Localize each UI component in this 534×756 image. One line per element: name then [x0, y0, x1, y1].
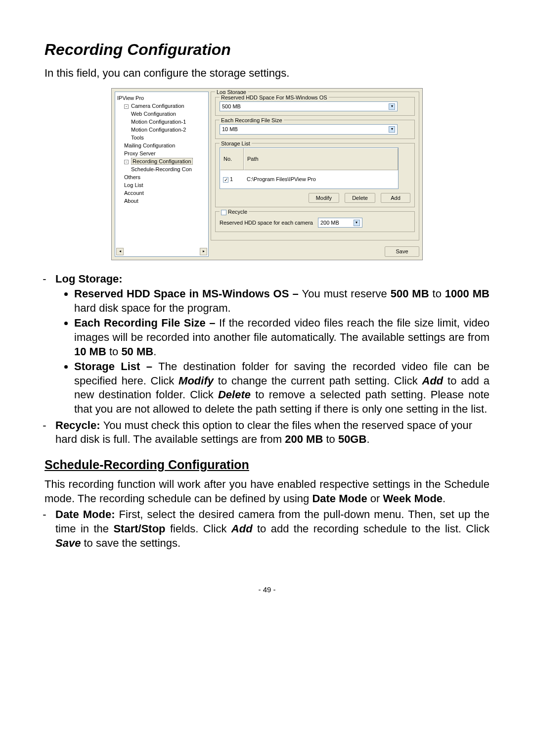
settings-pane: Log Storage Reserved HDD Space For MS-Wi… — [211, 92, 419, 256]
modify-button[interactable]: Modify — [309, 193, 339, 203]
tree-motion1[interactable]: Motion Configuration-1 — [131, 118, 206, 126]
schedule-recording-body: This recording function will work after … — [44, 477, 490, 506]
tree-motion2[interactable]: Motion Configuration-2 — [131, 126, 206, 134]
recycle-size-value: 200 MB — [320, 219, 339, 226]
reserved-hdd-label: Reserved HDD Space For MS-Windows OS — [220, 94, 329, 101]
chevron-down-icon[interactable]: ▾ — [389, 103, 395, 110]
recycle-desc: Recycle: You must check this option to c… — [55, 419, 490, 447]
tree-about[interactable]: About — [124, 197, 206, 205]
file-size-group: Each Recording File Size 10 MB ▾ — [215, 120, 415, 139]
file-size-desc: Each Recording File Size – If the record… — [74, 316, 490, 359]
recycle-label: Recycle — [220, 208, 249, 215]
storage-table[interactable]: No. Path ✓1 C:\Program Files\IPView Pro — [220, 147, 399, 189]
col-path[interactable]: Path — [244, 148, 398, 170]
chevron-down-icon[interactable]: ▾ — [389, 126, 395, 133]
date-mode-desc: Date Mode: First, select the desired cam… — [55, 508, 490, 550]
tree-recording-config[interactable]: - Recording Configuration — [124, 157, 206, 165]
storage-list-desc: Storage List – The destination folder fo… — [74, 360, 490, 416]
tree-camera-config[interactable]: - Camera Configuration — [124, 102, 206, 110]
tree-root[interactable]: IPView Pro — [117, 94, 206, 102]
intro-text: In this field, you can configure the sto… — [44, 66, 490, 81]
recycle-checkbox[interactable] — [221, 210, 226, 215]
file-size-value: 10 MB — [222, 126, 238, 133]
tree-schedule-recording[interactable]: Schedule-Recording Con — [131, 165, 206, 173]
nav-tree[interactable]: IPView Pro - Camera Configuration Web Co… — [115, 92, 209, 256]
recycle-text: Reserved HDD space for each camera — [220, 219, 313, 226]
scroll-left-button[interactable]: ◂ — [116, 248, 124, 255]
file-size-select[interactable]: 10 MB ▾ — [220, 124, 398, 134]
tree-proxy[interactable]: Proxy Server — [124, 149, 206, 157]
tree-log-list[interactable]: Log List — [124, 181, 206, 189]
collapse-icon[interactable]: - — [124, 104, 129, 109]
path-cell: C:\Program Files\IPView Pro — [244, 170, 398, 189]
page-title: Recording Configuration — [44, 40, 490, 60]
reserved-hdd-select[interactable]: 500 MB ▾ — [220, 101, 398, 111]
page-number: - 49 - — [44, 585, 490, 595]
config-window: IPView Pro - Camera Configuration Web Co… — [111, 88, 423, 260]
tree-tools[interactable]: Tools — [131, 134, 206, 142]
tree-others[interactable]: Others — [124, 173, 206, 181]
tree-account[interactable]: Account — [124, 189, 206, 197]
recycle-group: Recycle Reserved HDD space for each came… — [215, 211, 415, 232]
file-size-label: Each Recording File Size — [220, 117, 284, 124]
scroll-right-button[interactable]: ▸ — [200, 248, 207, 255]
table-row[interactable]: ✓1 C:\Program Files\IPView Pro — [220, 170, 398, 189]
add-button[interactable]: Add — [381, 193, 410, 203]
storage-list-group: Storage List No. Path ✓1 C:\Program File… — [215, 143, 415, 207]
reserved-hdd-group: Reserved HDD Space For MS-Windows OS 500… — [215, 97, 415, 116]
col-no[interactable]: No. — [220, 148, 244, 170]
save-button[interactable]: Save — [385, 246, 419, 256]
storage-list-label: Storage List — [220, 140, 252, 147]
tree-web-config[interactable]: Web Configuration — [131, 110, 206, 118]
checkbox-icon[interactable]: ✓ — [223, 177, 228, 183]
log-storage-heading: Log Storage: Reserved HDD Space in MS-Wi… — [55, 272, 490, 417]
log-storage-group: Log Storage Reserved HDD Space For MS-Wi… — [211, 92, 419, 240]
delete-button[interactable]: Delete — [345, 193, 375, 203]
collapse-icon[interactable]: - — [124, 160, 129, 164]
reserved-hdd-value: 500 MB — [222, 103, 241, 110]
recycle-size-select[interactable]: 200 MB ▾ — [318, 218, 362, 228]
schedule-recording-heading: Schedule-Recording Configuration — [44, 457, 490, 473]
reserved-hdd-desc: Reserved HDD Space in MS-Windows OS – Yo… — [74, 287, 490, 315]
chevron-down-icon[interactable]: ▾ — [354, 220, 360, 226]
tree-mailing[interactable]: Mailing Configuration — [124, 142, 206, 149]
